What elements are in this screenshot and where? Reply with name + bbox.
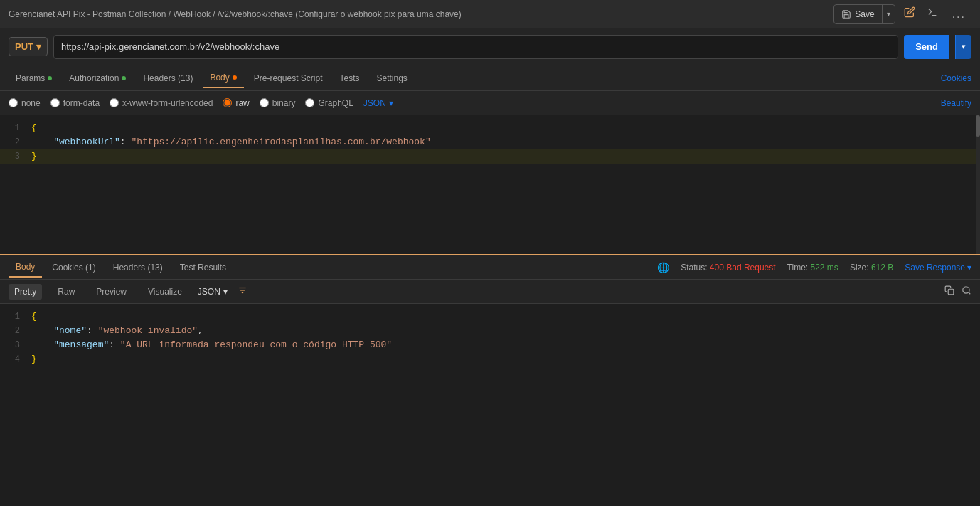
option-urlencoded[interactable]: x-www-form-urlencoded	[110, 98, 213, 108]
form-data-label: form-data	[63, 98, 100, 108]
resp-json-select[interactable]: JSON ▾	[198, 287, 228, 297]
resp-copy-button[interactable]	[944, 285, 954, 297]
response-meta: 🌐 Status: 400 Bad Request Time: 522 ms S…	[657, 262, 971, 273]
resp-search-button[interactable]	[962, 285, 971, 297]
tab-authorization-label: Authorization	[69, 73, 119, 83]
status-label: Status:	[681, 263, 707, 273]
tab-settings-label: Settings	[377, 73, 408, 83]
resp-preview-btn[interactable]: Preview	[90, 284, 132, 300]
method-select[interactable]: PUT ▾	[9, 37, 48, 56]
tab-body[interactable]: Body	[203, 68, 243, 88]
binary-label: binary	[272, 98, 296, 108]
tab-params[interactable]: Params	[9, 69, 59, 88]
edit-icon-button[interactable]	[901, 4, 918, 24]
urlencoded-label: x-www-form-urlencoded	[122, 98, 213, 108]
beautify-button[interactable]: Beautify	[941, 98, 971, 108]
option-none[interactable]: none	[9, 98, 41, 108]
radio-graphql[interactable]	[305, 98, 314, 107]
filter-icon	[238, 285, 247, 295]
more-options-button[interactable]: ...	[947, 5, 971, 23]
tab-tests[interactable]: Tests	[332, 69, 366, 88]
editor-line-2: 2 "webhookUrl": "https://apilic.engenhei…	[0, 135, 980, 149]
resp-line-num-1: 1	[0, 310, 28, 324]
resp-visualize-btn[interactable]: Visualize	[142, 284, 188, 300]
radio-urlencoded[interactable]	[110, 98, 119, 107]
request-body-editor[interactable]: 1 { 2 "webhookUrl": "https://apilic.enge…	[0, 115, 980, 254]
tab-prerequest-label: Pre-request Script	[254, 73, 323, 83]
line-num-2: 2	[0, 135, 28, 149]
tab-authorization[interactable]: Authorization	[62, 69, 133, 88]
size-text: Size: 612 B	[850, 263, 893, 273]
resp-pretty-btn[interactable]: Pretty	[9, 284, 42, 300]
line-num-1: 1	[0, 121, 28, 135]
request-tabs: Params Authorization Headers (13) Body P…	[9, 68, 415, 88]
json-type-select[interactable]: JSON ▾	[363, 98, 393, 108]
resp-line-num-2: 2	[0, 324, 28, 338]
radio-none[interactable]	[9, 98, 18, 107]
resp-line-content-2: "nome": "webhook_invalido",	[28, 324, 980, 338]
resp-test-label: Test Results	[180, 263, 226, 273]
time-label: Time:	[787, 263, 809, 273]
tab-headers[interactable]: Headers (13)	[136, 69, 200, 88]
resp-tab-headers[interactable]: Headers (13)	[106, 258, 170, 277]
scrollbar-track	[976, 115, 980, 254]
globe-icon: 🌐	[657, 262, 669, 273]
send-button[interactable]: Send	[904, 35, 949, 59]
option-graphql[interactable]: GraphQL	[305, 98, 353, 108]
radio-form-data[interactable]	[50, 98, 60, 107]
option-form-data[interactable]: form-data	[50, 98, 100, 108]
tab-tests-label: Tests	[339, 73, 359, 83]
main-layout: PUT ▾ Send ▾ Params Authorization Header…	[0, 28, 980, 506]
resp-tab-cookies[interactable]: Cookies (1)	[45, 258, 102, 277]
save-response-label: Save Response	[905, 263, 965, 273]
tab-prerequest[interactable]: Pre-request Script	[247, 69, 330, 88]
send-dropdown-button[interactable]: ▾	[955, 35, 971, 59]
save-button-label: Save	[834, 9, 881, 19]
raw-label: raw	[235, 98, 249, 108]
method-arrow: ▾	[36, 41, 41, 52]
time-text: Time: 522 ms	[787, 263, 838, 273]
breadcrumb: Gerencianet API Pix - Postman Collection…	[9, 9, 462, 19]
radio-raw[interactable]	[223, 98, 232, 107]
option-binary[interactable]: binary	[260, 98, 296, 108]
time-value: 522 ms	[811, 263, 838, 273]
top-bar-actions: Save ▾ ...	[833, 4, 971, 24]
resp-body-options-left: Pretty Raw Preview Visualize JSON ▾	[9, 284, 247, 300]
line-content-2: "webhookUrl": "https://apilic.engenheiro…	[28, 135, 980, 149]
save-arrow[interactable]: ▾	[882, 5, 895, 23]
resp-tab-test-results[interactable]: Test Results	[173, 258, 233, 277]
response-tabs-bar: Body Cookies (1) Headers (13) Test Resul…	[0, 254, 980, 280]
resp-filter-button[interactable]	[238, 285, 247, 297]
status-text: Status: 400 Bad Request	[681, 263, 775, 273]
size-label: Size:	[850, 263, 869, 273]
url-input[interactable]	[53, 35, 898, 59]
terminal-icon-button[interactable]	[924, 4, 941, 24]
body-options-bar: none form-data x-www-form-urlencoded raw…	[0, 91, 980, 115]
body-options-left: none form-data x-www-form-urlencoded raw…	[9, 98, 393, 108]
resp-cookies-label: Cookies (1)	[52, 263, 95, 273]
tab-settings[interactable]: Settings	[370, 69, 415, 88]
line-content-1: {	[28, 121, 980, 135]
option-raw[interactable]: raw	[223, 98, 249, 108]
resp-raw-btn[interactable]: Raw	[52, 284, 80, 300]
line-num-3: 3	[0, 149, 28, 164]
resp-line-4: 4 }	[0, 352, 980, 367]
line-content-3: }	[28, 149, 980, 164]
top-bar: Gerencianet API Pix - Postman Collection…	[0, 0, 980, 28]
body-dot	[233, 75, 237, 80]
url-bar: PUT ▾ Send ▾	[0, 28, 980, 65]
edit-icon	[904, 6, 915, 18]
save-response-button[interactable]: Save Response ▾	[905, 263, 971, 273]
save-icon	[841, 9, 851, 19]
save-button[interactable]: Save ▾	[833, 4, 895, 24]
resp-body-label: Body	[16, 262, 35, 272]
terminal-icon	[927, 6, 938, 18]
cookies-link[interactable]: Cookies	[941, 73, 971, 83]
tab-body-label: Body	[210, 73, 229, 83]
size-value: 612 B	[871, 263, 893, 273]
request-tabs-bar: Params Authorization Headers (13) Body P…	[0, 65, 980, 91]
resp-icons	[944, 285, 971, 297]
radio-binary[interactable]	[260, 98, 269, 107]
resp-tab-body[interactable]: Body	[9, 258, 42, 278]
svg-point-5	[963, 287, 969, 293]
